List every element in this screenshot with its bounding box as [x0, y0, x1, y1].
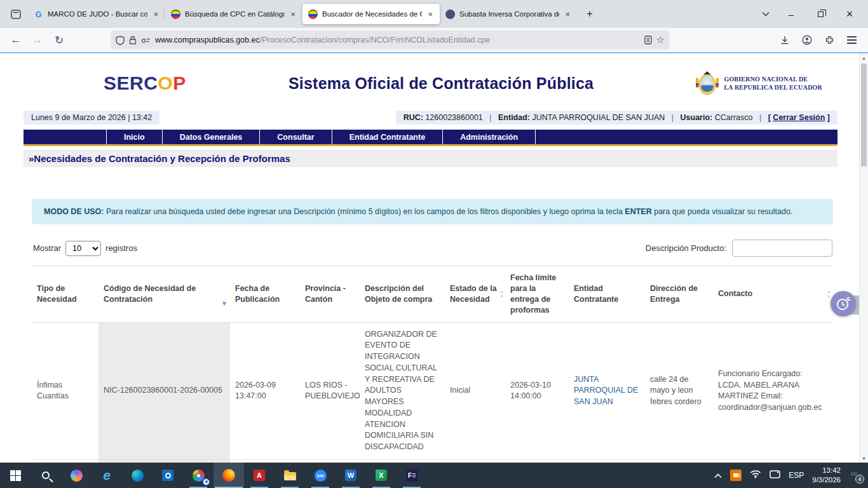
windows-taskbar: e A zm W X F ESP 13:42 9/3/2026 4	[0, 463, 868, 488]
scrollbar-thumb[interactable]	[861, 64, 867, 166]
scroll-down-icon[interactable]: ▾	[860, 454, 868, 463]
tab-close-icon[interactable]: ×	[426, 10, 434, 19]
minimize-button[interactable]: –	[776, 3, 806, 25]
outlook-button[interactable]	[153, 463, 183, 488]
nav-item-administracion[interactable]: Administración	[443, 130, 536, 144]
nav-item-entidad-contratante[interactable]: Entidad Contratante	[332, 130, 443, 144]
reload-button[interactable]: ↻	[50, 31, 69, 49]
usage-notice: MODO DE USO: Para realizar una búsqueda …	[32, 199, 833, 224]
clock[interactable]: 13:42 9/3/2026	[812, 466, 841, 485]
taskbar-search-button[interactable]	[31, 463, 61, 488]
cast-display-icon[interactable]	[770, 470, 780, 481]
wifi-icon[interactable]	[750, 470, 761, 481]
notice-suffix: para que pueda visualizar su resultado.	[652, 207, 793, 216]
tab-marco-de-judo[interactable]: G MARCO DE JUDO - Buscar con G ×	[28, 4, 165, 24]
nav-item-datos-generales[interactable]: Datos Generales	[163, 130, 261, 144]
lock-icon[interactable]	[129, 36, 137, 44]
file-explorer-button[interactable]	[275, 463, 305, 488]
firefox-button[interactable]	[214, 463, 244, 488]
tab-close-icon[interactable]: ×	[564, 10, 571, 19]
col-fecha-limite[interactable]: Fecha límite para la entrega de proforma…	[505, 266, 569, 323]
cell-fecha-pub: 2026-03-09 13:47:00	[230, 322, 300, 459]
col-fecha-publicacion[interactable]: Fecha de Publicación	[230, 266, 300, 323]
bookmark-star-icon[interactable]: ☆	[656, 34, 665, 46]
page-size-select[interactable]: 10	[65, 241, 101, 256]
close-button[interactable]: ×	[835, 3, 864, 25]
ecuador-favicon-icon	[308, 10, 318, 19]
sercop-logo-text: SERC	[104, 72, 158, 93]
page-title: Sistema Oficial de Contratación Pública	[186, 74, 696, 93]
page-scrollbar[interactable]: ▴ ▾	[859, 53, 868, 463]
description-input[interactable]	[732, 240, 832, 257]
logout-link[interactable]: Cerrar Sesión	[773, 113, 825, 122]
sort-both-icon[interactable]: ▲▼	[827, 289, 831, 299]
cell-estado: Inicial	[445, 322, 505, 459]
word-button[interactable]: W	[336, 463, 366, 488]
menu-icon[interactable]	[847, 39, 857, 41]
col-entidad-contratante[interactable]: Entidad Contratante	[569, 266, 645, 323]
firefox-view-icon[interactable]	[8, 6, 24, 22]
downloads-icon[interactable]	[780, 36, 789, 45]
excel-button[interactable]: X	[366, 463, 397, 488]
scroll-up-icon[interactable]: ▴	[860, 53, 868, 62]
page-viewport: SERCOP Sistema Oficial de Contratación P…	[0, 53, 868, 463]
list-all-tabs-icon[interactable]	[755, 5, 776, 23]
shield-icon[interactable]	[116, 36, 125, 45]
feo-app-icon: F	[406, 470, 418, 482]
nav-item-consultar[interactable]: Consultar	[260, 130, 332, 144]
tab-close-icon[interactable]: ×	[152, 10, 159, 19]
sort-both-icon[interactable]: ▲▼	[499, 289, 504, 299]
restore-button[interactable]	[806, 3, 835, 25]
copilot-button[interactable]	[61, 463, 92, 488]
entidad-value: JUNTA PARROQUIAL DE SAN JUAN	[532, 113, 665, 122]
internet-explorer-button[interactable]: e	[92, 463, 122, 488]
tab-title: Búsqueda de CPC en Catálogo E	[185, 10, 285, 18]
back-button[interactable]: ←	[6, 31, 25, 49]
acrobat-button[interactable]: A	[244, 463, 275, 488]
reader-mode-icon[interactable]	[644, 36, 652, 44]
zoom-button[interactable]: zm	[305, 463, 336, 488]
folder-icon	[284, 472, 296, 480]
timer-widget-button[interactable]	[831, 291, 856, 316]
col-direccion-entrega[interactable]: Dirección de Entrega	[645, 266, 713, 323]
edge-icon	[132, 470, 144, 482]
copilot-icon	[71, 470, 83, 482]
sort-desc-icon[interactable]: ▼	[221, 299, 227, 308]
tab-busqueda-cpc[interactable]: Búsqueda de CPC en Catálogo E ×	[165, 4, 302, 24]
col-tipo-necesidad[interactable]: Tipo de Necesidad	[32, 266, 98, 323]
tab-subasta-inversa[interactable]: Subasta Inversa Corporativa de ×	[440, 4, 577, 24]
account-icon[interactable]	[802, 35, 812, 45]
nav-item-inicio[interactable]: Inicio	[106, 130, 163, 144]
url-text[interactable]: www.compraspublicas.gob.ec/ProcesoContra…	[155, 36, 640, 44]
new-tab-button[interactable]: +	[581, 5, 599, 23]
java-icon[interactable]	[730, 470, 742, 481]
edge-button[interactable]	[122, 463, 153, 488]
mostrar-label: Mostrar	[33, 243, 61, 253]
col-descripcion[interactable]: Descripción del Objeto de compra	[360, 266, 445, 323]
col-provincia[interactable]: Provincia - Cantón	[300, 266, 360, 323]
address-bar[interactable]: www.compraspublicas.gob.ec/ProcesoContra…	[111, 30, 670, 50]
tab-buscador-necesidades[interactable]: Buscador de Necesidades de Co ×	[302, 4, 440, 24]
forward-button[interactable]: →	[28, 31, 47, 49]
cell-fecha-limite: 2026-03-10 14:00:00	[505, 322, 569, 459]
google-favicon-icon: G	[34, 10, 43, 19]
extensions-icon[interactable]	[825, 36, 834, 45]
section-title: »Necesidades de Contratación y Recepción…	[24, 150, 837, 167]
tab-close-icon[interactable]: ×	[289, 10, 297, 19]
government-text: GOBIERNO NACIONAL DE LA REPUBLICA DEL EC…	[724, 75, 822, 92]
col-estado[interactable]: Estado de la Necesidad▲▼	[445, 266, 505, 323]
start-button[interactable]	[0, 463, 31, 488]
feo-app-button[interactable]: F	[397, 463, 427, 488]
ecuador-favicon-icon	[171, 10, 180, 19]
notification-center-button[interactable]: 4	[849, 470, 862, 481]
col-contacto[interactable]: Contacto▲▼	[713, 266, 832, 323]
search-icon	[42, 471, 50, 479]
chrome-button[interactable]	[183, 463, 214, 488]
col-codigo[interactable]: Código de Necesidad de Contratación▼	[98, 266, 230, 323]
notice-body: Para realizar una búsqueda usted debe in…	[104, 207, 625, 216]
tray-chevron-icon[interactable]	[714, 470, 722, 481]
permissions-icon[interactable]	[141, 36, 151, 44]
language-indicator[interactable]: ESP	[789, 471, 804, 480]
entidad-link[interactable]: JUNTA PARROQUIAL DE SAN JUAN	[574, 375, 638, 407]
cell-entidad: JUNTA PARROQUIAL DE SAN JUAN	[569, 322, 645, 459]
